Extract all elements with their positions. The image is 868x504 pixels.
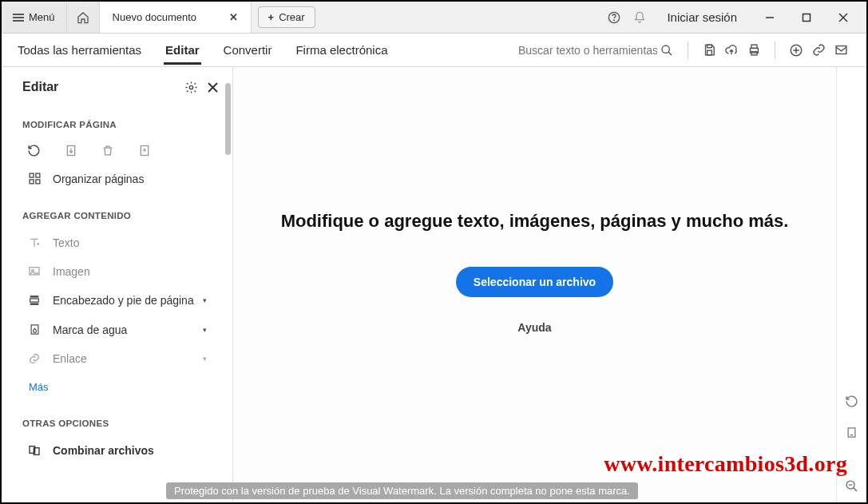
signin-button[interactable]: Iniciar sesión <box>656 10 748 24</box>
sidebar: Editar MODIFICAR PÁGINA Organizar página… <box>2 67 233 502</box>
content-area: Modifique o agregue texto, imágenes, pág… <box>233 67 836 502</box>
extract-button[interactable] <box>65 144 77 157</box>
sidebar-item-label: Marca de agua <box>53 323 127 336</box>
search-wrap <box>517 43 673 58</box>
home-button[interactable] <box>67 2 100 33</box>
sidebar-more-link[interactable]: Más <box>2 373 232 401</box>
zoom-button[interactable] <box>845 479 858 493</box>
sidebar-settings-button[interactable] <box>184 81 198 94</box>
menu-button[interactable]: Menú <box>2 2 67 33</box>
header-footer-icon <box>27 294 42 307</box>
help-icon <box>608 11 620 24</box>
watermark-bar: Protegido con la versión de prueba de Vi… <box>166 482 638 499</box>
plus-icon: + <box>268 11 275 23</box>
delete-button[interactable] <box>101 144 114 157</box>
toolbar: Todas las herramientas Editar Convertir … <box>2 34 866 67</box>
menu-label: Menú <box>29 11 55 23</box>
notifications-button[interactable] <box>630 2 649 34</box>
rotate-button[interactable] <box>27 144 41 157</box>
titlebar-right: Iniciar sesión <box>597 2 866 33</box>
search-input[interactable] <box>517 43 660 58</box>
sidebar-item-header-footer[interactable]: Encabezado y pie de página ▾ <box>2 286 232 315</box>
sidebar-item-combine[interactable]: Combinar archivos <box>2 436 232 465</box>
tab-all-tools[interactable]: Todas las herramientas <box>16 35 143 65</box>
sidebar-item-link[interactable]: Enlace ▾ <box>2 344 232 373</box>
mail-icon <box>834 43 848 57</box>
svg-rect-23 <box>35 180 39 184</box>
sidebar-item-label: Imagen <box>53 265 90 278</box>
sidebar-item-organize[interactable]: Organizar páginas <box>2 164 232 193</box>
link-icon <box>27 352 42 365</box>
print-button[interactable] <box>743 43 765 57</box>
page-insert-icon <box>138 144 151 157</box>
window-minimize[interactable] <box>755 2 785 34</box>
link-button[interactable] <box>807 43 830 57</box>
sidebar-header: Editar <box>2 67 232 102</box>
tab-sign[interactable]: Firma electrónica <box>294 35 389 65</box>
sidebar-item-image[interactable]: Imagen <box>2 257 232 286</box>
main: Editar MODIFICAR PÁGINA Organizar página… <box>2 67 866 502</box>
mail-button[interactable] <box>830 43 852 57</box>
document-tab[interactable]: Nuevo documento ✕ <box>100 2 252 33</box>
svg-rect-21 <box>35 173 39 177</box>
combine-icon <box>27 444 42 457</box>
tab-convert[interactable]: Convertir <box>222 35 274 65</box>
page-icon <box>846 426 858 439</box>
bell-icon <box>633 11 646 24</box>
titlebar: Menú Nuevo documento ✕ + Crear Iniciar s… <box>2 2 866 34</box>
select-file-button[interactable]: Seleccionar un archivo <box>456 267 613 297</box>
create-label: Crear <box>279 11 305 23</box>
right-rail <box>836 67 866 502</box>
tab-title: Nuevo documento <box>113 11 197 23</box>
page-view-button[interactable] <box>846 426 858 439</box>
sidebar-item-label: Enlace <box>53 352 87 365</box>
svg-rect-3 <box>803 14 811 21</box>
section-add-content: AGREGAR CONTENIDO <box>2 193 232 228</box>
watermark-site-text: www.intercambios3d.org <box>604 451 847 477</box>
help-button[interactable] <box>604 2 624 34</box>
svg-rect-32 <box>848 428 855 437</box>
svg-rect-8 <box>707 45 711 48</box>
organize-icon <box>27 172 42 185</box>
sidebar-close-button[interactable] <box>208 82 218 93</box>
svg-rect-11 <box>751 45 756 48</box>
svg-point-6 <box>662 46 669 53</box>
sidebar-item-label: Organizar páginas <box>53 173 144 185</box>
close-icon <box>208 82 218 93</box>
hamburger-icon <box>13 14 24 22</box>
svg-point-15 <box>189 85 192 89</box>
cloud-button[interactable] <box>720 43 743 57</box>
close-icon <box>838 13 848 22</box>
section-modify-page: MODIFICAR PÁGINA <box>2 102 232 137</box>
window-close[interactable] <box>828 2 858 34</box>
sidebar-item-watermark[interactable]: Marca de agua ▾ <box>2 315 232 344</box>
insert-button[interactable] <box>138 144 151 157</box>
svg-rect-22 <box>30 180 34 184</box>
refresh-button[interactable] <box>845 395 858 408</box>
sidebar-item-label: Texto <box>53 236 79 249</box>
svg-line-34 <box>854 488 857 491</box>
print-icon <box>747 43 761 57</box>
minimize-icon <box>765 13 775 22</box>
save-button[interactable] <box>698 43 720 57</box>
separator <box>688 42 688 59</box>
svg-rect-26 <box>30 296 39 298</box>
svg-rect-28 <box>30 299 39 302</box>
svg-rect-9 <box>707 50 711 55</box>
ai-button[interactable] <box>785 43 807 58</box>
help-link[interactable]: Ayuda <box>517 321 551 334</box>
separator <box>775 42 775 59</box>
window-maximize[interactable] <box>791 2 822 34</box>
cloud-upload-icon <box>724 43 739 57</box>
create-button[interactable]: + Crear <box>258 6 315 28</box>
sidebar-item-text[interactable]: Texto <box>2 228 232 257</box>
svg-rect-27 <box>30 303 39 305</box>
sidebar-scrollbar[interactable] <box>225 83 231 155</box>
modify-page-actions <box>2 137 232 164</box>
svg-line-7 <box>668 52 672 55</box>
section-other-options: OTRAS OPCIONES <box>2 401 232 436</box>
watermark-icon <box>27 323 42 336</box>
tab-edit[interactable]: Editar <box>164 35 201 65</box>
tab-close-button[interactable]: ✕ <box>226 8 241 26</box>
sidebar-item-label: Combinar archivos <box>53 444 154 457</box>
